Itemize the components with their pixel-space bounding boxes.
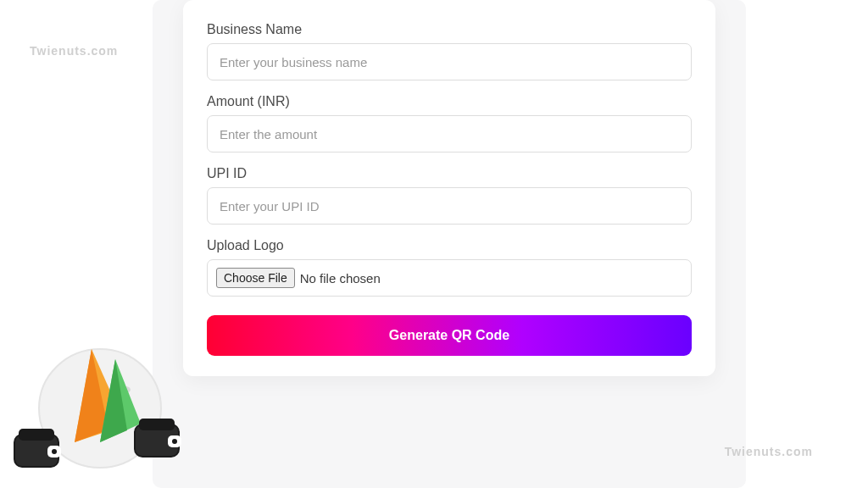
file-input-wrapper[interactable]: Choose File No file chosen: [207, 259, 692, 297]
file-status-text: No file chosen: [300, 271, 381, 286]
generate-qr-button[interactable]: Generate QR Code: [207, 315, 692, 356]
svg-point-10: [172, 439, 177, 444]
watermark-top: Twienuts.com: [30, 44, 118, 58]
upi-id-input[interactable]: [207, 187, 692, 225]
amount-group: Amount (INR): [207, 94, 692, 152]
business-name-label: Business Name: [207, 22, 692, 37]
watermark-bottom: Twienuts.com: [725, 445, 813, 458]
business-name-group: Business Name: [207, 22, 692, 80]
choose-file-button[interactable]: Choose File: [216, 268, 295, 288]
svg-rect-13: [19, 429, 54, 441]
decorative-wallet-illustration: [7, 324, 193, 476]
business-name-input[interactable]: [207, 43, 692, 80]
upi-id-label: UPI ID: [207, 166, 692, 181]
svg-point-15: [52, 449, 57, 454]
upi-id-group: UPI ID: [207, 166, 692, 225]
qr-generator-form: Business Name Amount (INR) UPI ID Upload…: [183, 0, 715, 376]
amount-input[interactable]: [207, 115, 692, 152]
upload-logo-group: Upload Logo Choose File No file chosen: [207, 238, 692, 297]
upload-logo-label: Upload Logo: [207, 238, 692, 253]
amount-label: Amount (INR): [207, 94, 692, 109]
svg-rect-8: [139, 419, 175, 430]
